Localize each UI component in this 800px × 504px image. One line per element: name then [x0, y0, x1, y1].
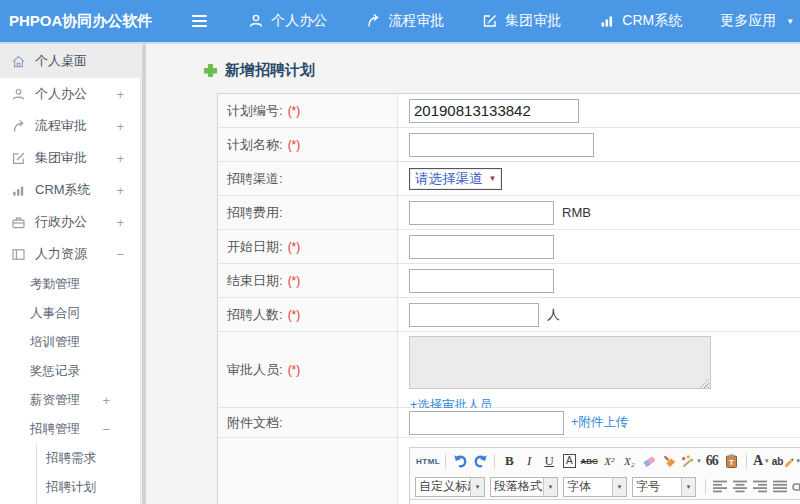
- form-row-cost: 招聘费用: RMB: [218, 196, 800, 230]
- topbar: PHPOA协同办公软件 个人办公 流程审批 集团审批 CRM系统 更多应用 ▼: [0, 0, 800, 44]
- topnav-more-apps[interactable]: 更多应用 ▼: [701, 0, 800, 42]
- menu-toggle-icon[interactable]: [192, 15, 207, 27]
- form-row-attachment: 附件文档: +附件上传: [218, 408, 800, 438]
- expander-minus[interactable]: −: [102, 422, 110, 437]
- sidebar-item-admin-office[interactable]: 行政办公 +: [0, 206, 140, 238]
- link-icon[interactable]: [791, 477, 800, 497]
- end-date-input[interactable]: [409, 269, 554, 293]
- expander-plus[interactable]: +: [116, 215, 124, 230]
- field-label: 招聘人数:: [227, 306, 283, 324]
- font-size-combo[interactable]: 字号 ▾: [632, 477, 696, 497]
- attachment-upload-link[interactable]: +附件上传: [571, 414, 628, 431]
- flow-icon: [365, 13, 381, 29]
- channel-select[interactable]: 请选择渠道 ▼: [409, 168, 502, 190]
- headcount-input[interactable]: [409, 303, 539, 327]
- approvers-textarea[interactable]: [409, 336, 711, 389]
- currency-suffix: RMB: [562, 205, 591, 220]
- flow-icon: [11, 119, 26, 134]
- expander-plus[interactable]: +: [102, 393, 110, 408]
- eraser-icon[interactable]: [640, 451, 658, 471]
- highlight-color-button[interactable]: ab ▾: [772, 451, 800, 471]
- required-mark: (*): [288, 138, 301, 152]
- font-border-button[interactable]: A: [563, 454, 576, 468]
- expander-plus[interactable]: +: [116, 119, 124, 134]
- sidebar-item-salary-mgmt[interactable]: 薪资管理 +: [0, 386, 140, 415]
- combo-arrow-icon: ▾: [612, 478, 626, 496]
- svg-text:T: T: [729, 458, 734, 467]
- auto-typeset-button[interactable]: ▾: [680, 451, 701, 471]
- blockquote-button[interactable]: 66: [703, 451, 721, 471]
- font-family-combo[interactable]: 字体 ▾: [563, 477, 627, 497]
- combo-arrow-icon: ▾: [681, 478, 695, 496]
- bold-button[interactable]: B: [500, 451, 518, 471]
- underline-button[interactable]: U: [540, 451, 558, 471]
- format-brush-icon[interactable]: [660, 451, 678, 471]
- sidebar-item-human-resources[interactable]: 人力资源 −: [0, 238, 140, 270]
- add-icon: [204, 64, 217, 77]
- sidebar-item-group-approval[interactable]: 集团审批 +: [0, 142, 140, 174]
- scrollbar-thumb[interactable]: [142, 44, 146, 504]
- sidebar-scrollbar[interactable]: [140, 44, 147, 504]
- source-code-button[interactable]: HTML: [416, 451, 440, 471]
- plan-name-input[interactable]: [409, 133, 594, 157]
- edit-icon: [482, 13, 498, 29]
- editor-content-area[interactable]: [409, 500, 800, 504]
- redo-button[interactable]: [471, 451, 489, 471]
- sidebar-item-workflow-approval[interactable]: 流程审批 +: [0, 110, 140, 142]
- attachment-input[interactable]: [409, 411, 564, 435]
- expander-plus[interactable]: +: [116, 183, 124, 198]
- required-mark: (*): [288, 274, 301, 288]
- dropdown-arrow-icon: ▾: [796, 457, 800, 465]
- required-mark: (*): [288, 104, 301, 118]
- sidebar-item-recruit-mgmt[interactable]: 招聘管理 −: [0, 415, 140, 444]
- italic-button[interactable]: I: [520, 451, 538, 471]
- topnav-group-approval[interactable]: 集团审批: [463, 0, 580, 42]
- combo-arrow-icon: ▾: [470, 478, 484, 496]
- sidebar-item-personal-office[interactable]: 个人办公 +: [0, 78, 140, 110]
- superscript-button[interactable]: X²: [600, 451, 618, 471]
- align-right-icon[interactable]: [751, 477, 769, 497]
- subscript-button[interactable]: X₂: [620, 451, 638, 471]
- form-row-approvers: 审批人员: (*) +选择审批人员: [218, 332, 800, 408]
- field-label: 招聘渠道:: [227, 170, 283, 188]
- sidebar: 个人桌面 个人办公 + 流程审批 + 集团审批 + CRM系统 + 行政办公 +: [0, 44, 140, 504]
- sidebar-item-reward-records[interactable]: 奖惩记录: [0, 357, 140, 386]
- sidebar-item-attendance-mgmt[interactable]: 考勤管理: [0, 270, 140, 299]
- start-date-input[interactable]: [409, 235, 554, 259]
- align-justify-icon[interactable]: [771, 477, 789, 497]
- sidebar-item-hr-contracts[interactable]: 人事合同: [0, 299, 140, 328]
- expander-minus[interactable]: −: [116, 247, 124, 262]
- chart-icon: [599, 13, 615, 29]
- field-label: 计划名称:: [227, 136, 283, 154]
- expander-plus[interactable]: +: [116, 151, 124, 166]
- home-icon: [11, 54, 26, 69]
- align-left-icon[interactable]: [711, 477, 729, 497]
- form-row-end-date: 结束日期: (*): [218, 264, 800, 298]
- sidebar-item-recruit-demand[interactable]: 招聘需求: [37, 444, 140, 473]
- editor-toolbar-row1: HTML B I U A ABC X²: [410, 448, 800, 474]
- align-center-icon[interactable]: [731, 477, 749, 497]
- sidebar-item-training-mgmt[interactable]: 培训管理: [0, 328, 140, 357]
- dropdown-arrow-icon: ▾: [697, 457, 701, 465]
- field-label: 附件文档:: [227, 414, 283, 432]
- font-color-button[interactable]: A ▾: [752, 451, 770, 471]
- paste-text-icon[interactable]: T: [723, 451, 741, 471]
- sidebar-item-recruit-plan[interactable]: 招聘计划: [37, 473, 140, 502]
- expander-plus[interactable]: +: [116, 87, 124, 102]
- sidebar-item-crm-system[interactable]: CRM系统 +: [0, 174, 140, 206]
- required-mark: (*): [288, 240, 301, 254]
- select-arrow-icon: ▼: [489, 174, 497, 183]
- paragraph-format-combo[interactable]: 段落格式 ▾: [490, 477, 558, 497]
- sidebar-item-personal-desktop[interactable]: 个人桌面: [0, 44, 140, 78]
- topnav-workflow-approval[interactable]: 流程审批: [346, 0, 463, 42]
- editor-toolbar-row2: 自定义标题 ▾ 段落格式 ▾ 字体 ▾: [410, 474, 800, 499]
- cost-input[interactable]: [409, 201, 554, 225]
- topnav-personal-office[interactable]: 个人办公: [229, 0, 346, 42]
- strikethrough-button[interactable]: ABC: [580, 451, 598, 471]
- plan-number-input[interactable]: [409, 99, 579, 123]
- undo-button[interactable]: [451, 451, 469, 471]
- custom-title-combo[interactable]: 自定义标题 ▾: [415, 477, 485, 497]
- field-label: 开始日期:: [227, 238, 283, 256]
- topnav-crm-system[interactable]: CRM系统: [580, 0, 701, 42]
- chart-icon: [11, 183, 26, 198]
